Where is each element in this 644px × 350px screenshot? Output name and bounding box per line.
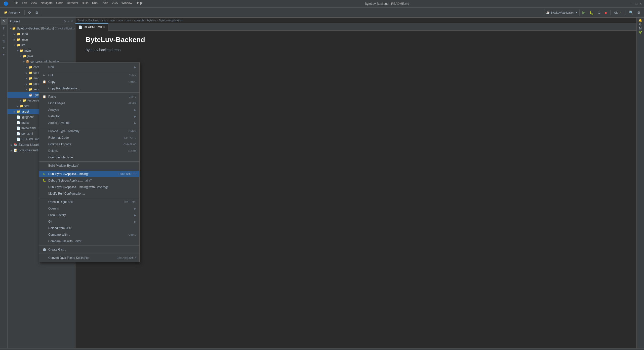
ctx-new[interactable]: New ▶ — [39, 64, 139, 70]
tree-item-idea[interactable]: ▶ 📁 .idea — [8, 31, 75, 37]
ctx-override-file-type[interactable]: Override File Type — [39, 154, 139, 161]
ctx-modify-run[interactable]: Modify Run Configuration... — [39, 190, 139, 197]
gradle-button[interactable]: G — [639, 23, 641, 26]
spring-button[interactable]: 🌱 — [638, 31, 642, 34]
menu-vcs[interactable]: VCS — [110, 1, 119, 7]
ctx-add-favorites[interactable]: Add to Favorites ▶ — [39, 120, 139, 126]
bottom-close-button[interactable]: ✕ — [636, 349, 642, 350]
menu-help[interactable]: Help — [134, 1, 143, 7]
breadcrumb-part[interactable]: main — [109, 19, 115, 22]
maven-button[interactable]: M — [639, 27, 642, 30]
run-button[interactable]: ▶ — [581, 9, 587, 16]
bottom-tab-run[interactable]: ▶ Run — [2, 349, 16, 350]
breadcrumb-part[interactable]: example — [134, 19, 144, 22]
commit-tool-button[interactable]: ⬆ — [1, 25, 7, 31]
menu-bar[interactable]: 🔵 File Edit View Navigate Code Refactor … — [2, 1, 143, 7]
ctx-debug[interactable]: 🐛 Debug 'ByteLuvApplica....main()' — [39, 177, 139, 184]
settings-gear-button[interactable]: ⚙ — [636, 9, 642, 16]
ctx-local-history[interactable]: Local History ▶ — [39, 212, 139, 218]
breadcrumb-part[interactable]: ByteLuvApplication — [159, 19, 183, 22]
menu-run[interactable]: Run — [91, 1, 99, 7]
bottom-tab-build[interactable]: Build — [66, 349, 78, 350]
notifications-button[interactable]: 🔔 — [638, 19, 642, 22]
profile-button[interactable]: ⊙ — [596, 9, 602, 16]
tree-item-src[interactable]: ▼ 📁 src — [8, 42, 75, 48]
breadcrumb-part[interactable]: src — [102, 19, 106, 22]
tab-readme[interactable]: 📄 README.md ✕ — [75, 23, 108, 31]
tab-close-icon[interactable]: ✕ — [103, 26, 105, 28]
ctx-run[interactable]: ▶ Run 'ByteLuvApplica....main()' Ctrl+Sh… — [39, 171, 139, 177]
ctx-build-module[interactable]: Build Module 'ByteLuv' — [39, 162, 139, 169]
ctx-find-shortcut: Alt+F7 — [128, 102, 136, 105]
ctx-create-gist[interactable]: ⬤ Create Gist... — [39, 246, 139, 253]
ctx-coverage-label: Run 'ByteLuvApplica....main()' with Cove… — [48, 185, 109, 189]
ctx-reformat[interactable]: Reformat Code Ctrl+Alt+L — [39, 134, 139, 141]
ctx-copy-path[interactable]: Copy Path/Reference... — [39, 85, 139, 92]
minimize-button[interactable]: — — [631, 2, 634, 6]
favorites-button[interactable]: ♥ — [1, 51, 7, 57]
breadcrumb-part[interactable]: ByteLuv-Backend — [77, 19, 99, 22]
ctx-git-label: Git — [48, 220, 52, 223]
menu-tools[interactable]: Tools — [100, 1, 110, 7]
close-panel-icon[interactable]: ✕ — [71, 20, 73, 23]
window-controls[interactable]: — □ ✕ — [631, 2, 642, 6]
ctx-refactor[interactable]: Refactor ▶ — [39, 113, 139, 120]
ctx-cut[interactable]: ✂ Cut Ctrl+X — [39, 72, 139, 79]
tree-item-java[interactable]: ▼ 📁 java — [8, 53, 75, 59]
ctx-copy[interactable]: 📋 Copy Ctrl+C — [39, 79, 139, 85]
ctx-filetype-label: Override File Type — [48, 156, 73, 159]
close-button[interactable]: ✕ — [639, 2, 642, 6]
ctx-run-coverage[interactable]: Run 'ByteLuvApplica....main()' with Cove… — [39, 184, 139, 190]
stop-button[interactable]: ■ — [603, 9, 608, 16]
ctx-delete[interactable]: Delete... Delete — [39, 148, 139, 154]
ctx-browse-hierarchy[interactable]: Browse Type Hierarchy Ctrl+H — [39, 128, 139, 134]
ctx-analyze[interactable]: Analyze ▶ — [39, 107, 139, 113]
debug-button[interactable]: 🐛 — [588, 9, 595, 16]
ctx-open-in-split[interactable]: Open in Right Split Shift+Enter — [39, 199, 139, 205]
bookmarks-button[interactable]: ★ — [1, 45, 7, 51]
menu-refactor[interactable]: Refactor — [65, 1, 80, 7]
gear-icon[interactable]: ⚙ — [63, 20, 66, 23]
menu-window[interactable]: Window — [120, 1, 134, 7]
maximize-button[interactable]: □ — [636, 2, 637, 6]
menu-view[interactable]: View — [29, 1, 39, 7]
pull-requests-button[interactable]: ⇅ — [1, 38, 7, 44]
run-config-selector[interactable]: ☕ ByteLuvApplication ▼ — [544, 9, 580, 16]
bottom-settings-button[interactable]: ⚙ — [630, 349, 636, 350]
menu-edit[interactable]: Edit — [20, 1, 29, 7]
ctx-compare-with[interactable]: Compare With... Ctrl+D — [39, 231, 139, 238]
bottom-tab-problems[interactable]: Problems — [30, 349, 48, 350]
tree-item-mvn[interactable]: ▶ 📁 .mvn — [8, 37, 75, 42]
ctx-reload-from-disk[interactable]: Reload from Disk — [39, 225, 139, 231]
ctx-git[interactable]: Git ▶ — [39, 218, 139, 225]
ctx-find-usages[interactable]: Find Usages Alt+F7 — [39, 100, 139, 107]
menu-navigate[interactable]: Navigate — [39, 1, 54, 7]
breadcrumb-part[interactable]: byteluv — [147, 19, 156, 22]
git-status[interactable]: Git: ✓ — [613, 9, 623, 16]
tree-root[interactable]: ▼ 📁 ByteLuv-Backend [ByteLuv] C:\coding\… — [8, 26, 75, 31]
ctx-open-in[interactable]: Open In ▶ — [39, 205, 139, 212]
breadcrumb-part[interactable]: com — [126, 19, 131, 22]
menu-file[interactable]: File — [12, 1, 20, 7]
ctx-compare-file-with-editor[interactable]: Compare File with Editor — [39, 238, 139, 244]
structure-tool-button[interactable]: ≡ — [1, 32, 7, 38]
bottom-tab-dependencies[interactable]: Dependencies — [78, 349, 102, 350]
ctx-paste[interactable]: 📋 Paste Ctrl+V — [39, 93, 139, 100]
tree-item-main[interactable]: ▼ 📁 main — [8, 48, 75, 53]
bottom-tab-todo[interactable]: TODO — [16, 349, 30, 350]
ctx-convert-java-kotlin[interactable]: Convert Java File to Kotlin File Ctrl+Al… — [39, 255, 139, 261]
search-everywhere-button[interactable]: 🔍 — [627, 9, 635, 16]
ctx-optimize-imports[interactable]: Optimize Imports Ctrl+Alt+O — [39, 141, 139, 148]
project-view-button[interactable]: 📁 Project ▼ — [2, 9, 22, 16]
project-tool-button[interactable]: P — [1, 19, 7, 25]
ctx-modify-label: Modify Run Configuration... — [48, 192, 85, 195]
bottom-tab-terminal[interactable]: Terminal — [49, 349, 65, 350]
settings-button[interactable]: ⚙ — [34, 9, 40, 16]
breadcrumb-part[interactable]: java — [118, 19, 123, 22]
sync-button[interactable]: ⟳ — [27, 9, 33, 16]
app-icon[interactable]: 🔵 — [2, 1, 10, 7]
expand-icon[interactable]: ⤢ — [67, 20, 70, 23]
tree-item-label: .idea — [21, 32, 28, 36]
menu-build[interactable]: Build — [80, 1, 90, 7]
menu-code[interactable]: Code — [55, 1, 65, 7]
